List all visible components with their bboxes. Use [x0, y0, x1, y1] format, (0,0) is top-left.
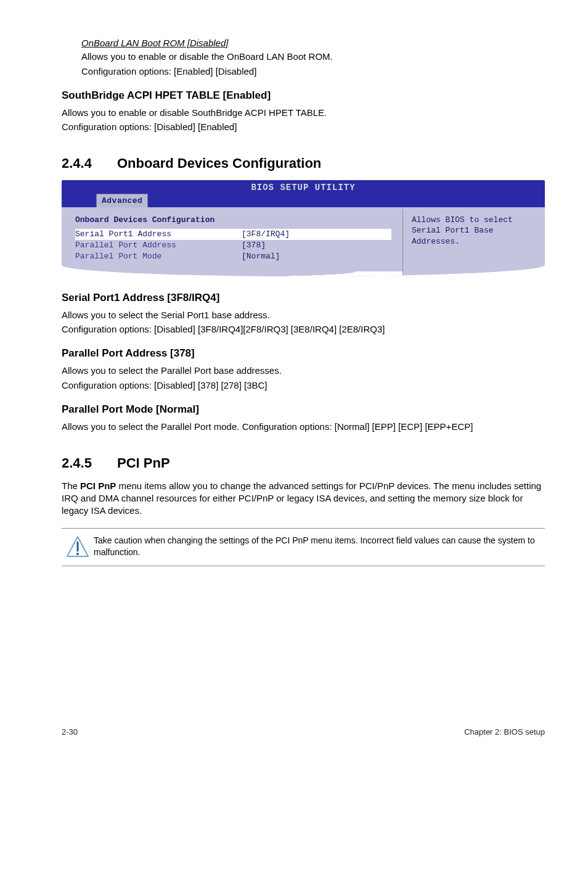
parallel-address-desc-2: Configuration options: [Disabled] [378] …	[62, 379, 545, 392]
serial-port1-heading: Serial Port1 Address [3F8/IRQ4]	[62, 291, 545, 305]
bios-help-panel: Allows BIOS to select Serial Port1 Base …	[403, 208, 545, 276]
section-244-number: 2.4.4	[62, 154, 117, 173]
southbridge-desc-1: Allows you to enable or disable SouthBri…	[62, 107, 545, 119]
bios-row-label: Parallel Port Address	[75, 240, 242, 251]
section-245-title: PCI PnP	[117, 455, 170, 471]
southbridge-heading: SouthBridge ACPI HPET TABLE [Enabled]	[62, 89, 545, 103]
parallel-address-heading: Parallel Port Address [378]	[62, 347, 545, 361]
section-245-heading: 2.4.5PCI PnP	[62, 454, 545, 472]
section-244-heading: 2.4.4Onboard Devices Configuration	[62, 154, 545, 173]
bios-header: BIOS SETUP UTILITY	[62, 180, 545, 194]
bios-setup-utility: BIOS SETUP UTILITY Advanced Onboard Devi…	[62, 180, 545, 276]
onboard-lan-desc-2: Configuration options: [Enabled] [Disabl…	[81, 65, 545, 78]
bios-row-value: [378]	[242, 240, 266, 251]
footer-chapter: Chapter 2: BIOS setup	[464, 727, 545, 738]
pci-pnp-bold: PCI PnP	[80, 481, 116, 491]
bios-row-value: [3F8/IRQ4]	[242, 229, 290, 240]
section-244-title: Onboard Devices Configuration	[117, 155, 321, 171]
parallel-mode-desc-1: Allows you to select the Parallel Port m…	[62, 421, 545, 433]
page-footer: 2-30 Chapter 2: BIOS setup	[62, 727, 545, 738]
onboard-lan-desc-1: Allows you to enable or disable the OnBo…	[81, 51, 545, 63]
southbridge-desc-2: Configuration options: [Disabled] [Enabl…	[62, 121, 545, 133]
serial-port1-desc-1: Allows you to select the Serial Port1 ba…	[62, 309, 545, 321]
onboard-lan-subhead: OnBoard LAN Boot ROM [Disabled]	[81, 37, 545, 49]
bios-help-line: Allows BIOS to select	[412, 215, 536, 226]
bios-row-label: Serial Port1 Address	[75, 229, 242, 240]
tab-advanced[interactable]: Advanced	[96, 194, 148, 208]
bios-panel-title: Onboard Devices Configuration	[75, 215, 391, 226]
bios-tab-row: Advanced	[62, 194, 545, 207]
footer-page-number: 2-30	[62, 727, 78, 738]
bios-row-serial-port1[interactable]: Serial Port1 Address [3F8/IRQ4]	[75, 229, 391, 240]
section-245-body: The PCI PnP menu items allow you to chan…	[62, 480, 545, 518]
caution-text: Take caution when changing the settings …	[94, 535, 545, 558]
section-245-number: 2.4.5	[62, 454, 117, 472]
parallel-address-desc-1: Allows you to select the Parallel Port b…	[62, 365, 545, 377]
caution-icon	[62, 535, 94, 559]
parallel-mode-heading: Parallel Port Mode [Normal]	[62, 403, 545, 417]
serial-port1-desc-2: Configuration options: [Disabled] [3F8/I…	[62, 323, 545, 336]
bios-row-label: Parallel Port Mode	[75, 251, 242, 262]
bios-body: Onboard Devices Configuration Serial Por…	[62, 207, 545, 276]
svg-point-2	[76, 553, 79, 555]
bios-help-line: Addresses.	[412, 236, 536, 247]
bios-row-value: [Normal]	[242, 251, 280, 262]
bios-help-line: Serial Port1 Base	[412, 225, 536, 236]
bios-left-panel: Onboard Devices Configuration Serial Por…	[62, 208, 403, 276]
bios-row-parallel-address[interactable]: Parallel Port Address [378]	[75, 240, 391, 251]
caution-box: Take caution when changing the settings …	[62, 528, 545, 566]
bios-row-parallel-mode[interactable]: Parallel Port Mode [Normal]	[75, 251, 391, 262]
